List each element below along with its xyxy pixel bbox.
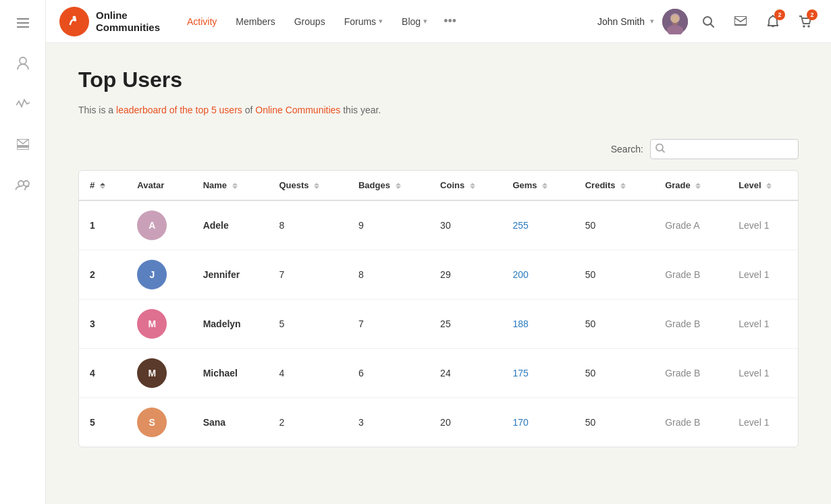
cell-quests: 7 — [268, 250, 347, 300]
svg-line-15 — [711, 24, 714, 27]
svg-rect-2 — [17, 26, 29, 28]
credits-sort-icon — [620, 183, 626, 189]
cell-name: Adele — [192, 200, 269, 250]
notifications-button[interactable]: 2 — [761, 9, 785, 34]
cell-rank: 3 — [79, 300, 126, 349]
cell-badges: 6 — [348, 349, 429, 398]
table-row: 5 S Sana 2 3 20 170 50 Grade B Level 1 — [79, 398, 798, 447]
nav-members[interactable]: Members — [227, 11, 283, 32]
nav-more-button[interactable]: ••• — [438, 9, 462, 34]
cell-coins: 29 — [429, 250, 502, 300]
sidebar-activity-icon[interactable] — [11, 92, 35, 116]
nav-forums[interactable]: Forums ▾ — [336, 11, 391, 32]
cell-gems: 255 — [502, 200, 574, 250]
search-button[interactable] — [696, 9, 720, 34]
nav-activity[interactable]: Activity — [179, 11, 225, 32]
col-name[interactable]: Name — [192, 171, 269, 200]
subtitle-link: leaderboard of the top 5 users — [116, 105, 242, 115]
svg-rect-16 — [734, 16, 747, 25]
cell-coins: 25 — [429, 300, 502, 349]
avatar[interactable] — [662, 9, 688, 34]
page-title: Top Users — [78, 67, 799, 92]
cart-button[interactable]: 2 — [793, 9, 817, 34]
cell-avatar: J — [126, 250, 192, 300]
col-gems[interactable]: Gems — [502, 171, 574, 200]
sidebar-menu-icon[interactable] — [11, 11, 35, 35]
svg-point-6 — [18, 181, 24, 186]
cell-rank: 4 — [79, 349, 126, 398]
page-subtitle: This is a leaderboard of the top 5 users… — [78, 103, 799, 117]
nav-groups[interactable]: Groups — [286, 11, 333, 32]
sidebar-user-icon[interactable] — [11, 51, 35, 76]
svg-rect-5 — [17, 146, 29, 150]
cell-badges: 9 — [348, 200, 429, 250]
cell-name: Jennifer — [192, 250, 269, 300]
cell-grade: Grade B — [654, 300, 728, 349]
cell-badges: 7 — [348, 300, 429, 349]
cell-name: Michael — [192, 349, 269, 398]
col-coins[interactable]: Coins — [429, 171, 502, 200]
nav-blog[interactable]: Blog ▾ — [394, 11, 435, 32]
col-avatar: Avatar — [126, 171, 192, 200]
notification-badge: 2 — [774, 9, 785, 20]
rank-sort-icon — [100, 183, 105, 189]
cell-name: Sana — [192, 398, 269, 447]
gems-sort-icon — [542, 183, 547, 189]
table-header-row: # Avatar Name Quests — [79, 171, 798, 200]
col-badges[interactable]: Badges — [348, 171, 429, 200]
cell-quests: 8 — [268, 200, 347, 250]
content-area: Top Users This is a leaderboard of the t… — [46, 43, 831, 504]
table-row: 2 J Jennifer 7 8 29 200 50 Grade B Level… — [79, 250, 798, 300]
cell-gems: 175 — [502, 349, 574, 398]
user-avatar: J — [137, 260, 167, 289]
col-level[interactable]: Level — [728, 171, 798, 200]
search-input-icon — [655, 144, 665, 155]
cell-coins: 20 — [429, 398, 502, 447]
nav-links: Activity Members Groups Forums ▾ Blog ▾ … — [179, 9, 597, 34]
table-row: 1 A Adele 8 9 30 255 50 Grade A Level 1 — [79, 200, 798, 250]
cell-quests: 4 — [268, 349, 347, 398]
cell-coins: 24 — [429, 349, 502, 398]
cell-gems: 188 — [502, 300, 574, 349]
cell-avatar: A — [126, 200, 192, 250]
cell-gems: 200 — [502, 250, 574, 300]
user-avatar: M — [137, 358, 167, 388]
col-credits[interactable]: Credits — [574, 171, 654, 200]
cell-credits: 50 — [574, 398, 654, 447]
svg-point-3 — [20, 57, 26, 64]
cell-quests: 5 — [268, 300, 347, 349]
cell-rank: 1 — [79, 200, 126, 250]
table-row: 4 M Michael 4 6 24 175 50 Grade B Level … — [79, 349, 798, 398]
cell-coins: 30 — [429, 200, 502, 250]
svg-rect-1 — [17, 22, 29, 24]
svg-point-8 — [65, 13, 83, 30]
cell-level: Level 1 — [728, 398, 798, 447]
svg-point-7 — [24, 181, 29, 186]
cell-avatar: M — [126, 300, 192, 349]
cell-rank: 2 — [79, 250, 126, 300]
cell-badges: 8 — [348, 250, 429, 300]
svg-point-18 — [807, 25, 810, 28]
sidebar-groups-icon[interactable] — [11, 173, 35, 197]
cell-grade: Grade B — [654, 398, 728, 447]
col-rank[interactable]: # — [79, 171, 126, 200]
navbar: Online Communities Activity Members Grou… — [46, 0, 831, 43]
cell-credits: 50 — [574, 349, 654, 398]
user-menu[interactable]: John Smith ▾ — [597, 16, 654, 27]
svg-rect-0 — [17, 18, 29, 20]
brand-name-line1: Online — [96, 9, 160, 22]
svg-point-13 — [671, 15, 679, 23]
search-input-wrap — [650, 139, 799, 159]
subtitle-brand: Online Communities — [255, 105, 340, 115]
messages-button[interactable] — [728, 9, 753, 34]
badges-sort-icon — [396, 183, 401, 189]
sidebar-inbox-icon[interactable] — [11, 132, 35, 157]
brand-logo — [59, 7, 89, 36]
cart-badge: 2 — [807, 9, 817, 20]
col-grade[interactable]: Grade — [654, 171, 728, 200]
cell-level: Level 1 — [728, 250, 798, 300]
forums-chevron-icon: ▾ — [379, 17, 383, 26]
search-input[interactable] — [650, 139, 799, 159]
level-sort-icon — [766, 183, 772, 189]
col-quests[interactable]: Quests — [268, 171, 347, 200]
